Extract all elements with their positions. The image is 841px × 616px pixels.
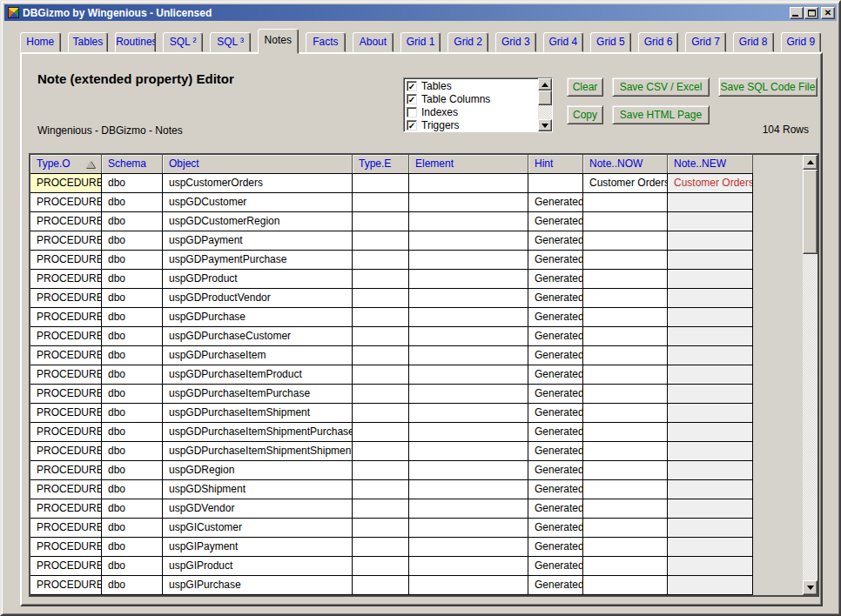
- grid-cell-schema[interactable]: dbo: [102, 346, 163, 365]
- grid-cell-schema[interactable]: dbo: [102, 212, 163, 231]
- grid-cell-type_e[interactable]: [353, 174, 409, 192]
- grid-cell-type_o[interactable]: PROCEDURE: [30, 423, 102, 441]
- grid-cell-element[interactable]: [409, 365, 528, 384]
- grid-cell-object[interactable]: uspGIPayment: [163, 538, 353, 556]
- grid-cell-type_e[interactable]: [353, 365, 409, 384]
- grid-cell-note_new[interactable]: [668, 538, 753, 556]
- grid-cell-type_e[interactable]: [353, 270, 409, 288]
- tab-home[interactable]: Home: [20, 32, 61, 52]
- grid-scroll-thumb[interactable]: [803, 170, 817, 254]
- grid-cell-schema[interactable]: dbo: [102, 576, 163, 594]
- grid-cell-type_o[interactable]: PROCEDURE: [30, 499, 102, 518]
- column-header-type_o[interactable]: Type.O: [30, 155, 102, 173]
- grid-cell-element[interactable]: [409, 251, 528, 269]
- grid-cell-type_e[interactable]: [353, 327, 409, 345]
- grid-cell-note_now[interactable]: [583, 193, 668, 211]
- filter-item-indexes[interactable]: Indexes: [406, 105, 538, 118]
- grid-cell-type_e[interactable]: [353, 423, 409, 441]
- grid-cell-note_new[interactable]: [668, 576, 753, 594]
- grid-cell-note_now[interactable]: [583, 212, 668, 231]
- grid-cell-note_now[interactable]: [583, 308, 668, 326]
- grid-cell-type_o[interactable]: PROCEDURE: [30, 365, 102, 384]
- grid-cell-type_o[interactable]: PROCEDURE: [30, 538, 102, 556]
- grid-cell-note_now[interactable]: [583, 499, 668, 518]
- grid-cell-element[interactable]: [409, 346, 528, 365]
- grid-cell-schema[interactable]: dbo: [102, 499, 163, 518]
- tab-tables[interactable]: Tables: [68, 32, 109, 52]
- save-sql-code-file-button[interactable]: Save SQL Code File: [718, 77, 817, 97]
- grid-cell-schema[interactable]: dbo: [102, 251, 163, 269]
- grid-cell-object[interactable]: uspGDPurchaseItemShipmentPurchaseItem: [163, 423, 353, 441]
- column-header-element[interactable]: Element: [409, 155, 528, 173]
- grid-cell-hint[interactable]: Generated: [528, 404, 583, 422]
- grid-cell-schema[interactable]: dbo: [102, 461, 163, 479]
- grid-cell-schema[interactable]: dbo: [102, 308, 163, 326]
- grid-cell-type_e[interactable]: [353, 251, 409, 269]
- grid-cell-hint[interactable]: Generated: [528, 251, 583, 269]
- grid-cell-type_e[interactable]: [353, 442, 409, 460]
- grid-cell-note_new[interactable]: [668, 365, 753, 384]
- grid-cell-note_now[interactable]: [583, 576, 668, 594]
- grid-cell-schema[interactable]: dbo: [102, 270, 163, 288]
- grid-cell-object[interactable]: uspGIPurchase: [163, 576, 353, 594]
- grid-cell-type_o[interactable]: PROCEDURE: [30, 404, 102, 422]
- grid-cell-type_o[interactable]: PROCEDURE: [30, 193, 102, 211]
- grid-cell-note_new[interactable]: [668, 385, 753, 403]
- grid-cell-object[interactable]: uspGDProductVendor: [163, 289, 353, 307]
- grid-scrollbar[interactable]: [803, 155, 817, 595]
- grid-cell-element[interactable]: [409, 519, 528, 537]
- save-html-page-button[interactable]: Save HTML Page: [612, 105, 710, 124]
- filter-scroll-thumb[interactable]: [538, 90, 552, 105]
- column-header-note_new[interactable]: Note..NEW: [668, 155, 753, 173]
- grid-scroll-up-button[interactable]: [803, 155, 817, 170]
- grid-cell-schema[interactable]: dbo: [102, 385, 163, 403]
- filter-item-table-columns[interactable]: ✓Table Columns: [406, 92, 538, 105]
- grid-cell-hint[interactable]: Generated: [528, 480, 583, 499]
- copy-button[interactable]: Copy: [567, 105, 603, 124]
- grid-cell-hint[interactable]: Generated: [528, 308, 583, 326]
- grid-cell-object[interactable]: uspGDRegion: [163, 461, 353, 479]
- grid-cell-object[interactable]: uspGICustomer: [163, 519, 353, 537]
- close-button[interactable]: ✕: [821, 7, 835, 19]
- grid-cell-note_now[interactable]: [583, 231, 668, 250]
- grid-cell-type_o[interactable]: PROCEDURE: [30, 461, 102, 479]
- grid-cell-object[interactable]: uspCustomerOrders: [163, 174, 353, 192]
- grid-cell-schema[interactable]: dbo: [102, 327, 163, 345]
- grid-cell-hint[interactable]: Generated: [528, 346, 583, 365]
- grid-cell-hint[interactable]: Generated: [528, 385, 583, 403]
- grid-cell-schema[interactable]: dbo: [102, 404, 163, 422]
- grid-cell-type_o[interactable]: PROCEDURE: [30, 308, 102, 326]
- grid-cell-hint[interactable]: Generated: [528, 365, 583, 384]
- grid-cell-note_now[interactable]: [583, 251, 668, 269]
- grid-cell-element[interactable]: [409, 327, 528, 345]
- grid-cell-note_new[interactable]: [668, 499, 753, 518]
- grid-cell-hint[interactable]: Generated: [528, 212, 583, 231]
- grid-cell-hint[interactable]: Generated: [528, 519, 583, 537]
- grid-cell-object[interactable]: uspGDProduct: [163, 270, 353, 288]
- grid-cell-type_e[interactable]: [353, 404, 409, 422]
- grid-cell-object[interactable]: uspGDPurchaseItemShipment: [163, 404, 353, 422]
- grid-cell-note_now[interactable]: [583, 423, 668, 441]
- tab-sql[interactable]: SQL ³: [210, 32, 251, 52]
- grid-cell-note_new[interactable]: [668, 480, 753, 499]
- grid-cell-note_now[interactable]: [583, 365, 668, 384]
- grid-cell-note_new[interactable]: [668, 289, 753, 307]
- grid-cell-type_o[interactable]: PROCEDURE: [30, 212, 102, 231]
- grid-cell-note_new[interactable]: [668, 346, 753, 365]
- grid-cell-note_new[interactable]: [668, 308, 753, 326]
- grid-cell-element[interactable]: [409, 404, 528, 422]
- grid-cell-object[interactable]: uspGDShipment: [163, 480, 353, 499]
- grid-cell-type_o[interactable]: PROCEDURE: [30, 270, 102, 288]
- grid-scroll-track[interactable]: [803, 170, 817, 580]
- tab-grid-9[interactable]: Grid 9: [781, 32, 822, 52]
- grid-cell-note_new[interactable]: [668, 461, 753, 479]
- grid-cell-object[interactable]: uspGDPurchaseCustomer: [163, 327, 353, 345]
- grid-cell-type_o[interactable]: PROCEDURE: [30, 576, 102, 594]
- grid-cell-hint[interactable]: Generated: [528, 442, 583, 460]
- tab-facts[interactable]: Facts: [306, 32, 346, 52]
- grid-cell-type_e[interactable]: [353, 385, 409, 403]
- grid-cell-note_new[interactable]: [668, 231, 753, 250]
- grid-cell-note_new[interactable]: [668, 193, 753, 211]
- grid-cell-note_new[interactable]: [668, 423, 753, 441]
- column-header-object[interactable]: Object: [163, 155, 353, 173]
